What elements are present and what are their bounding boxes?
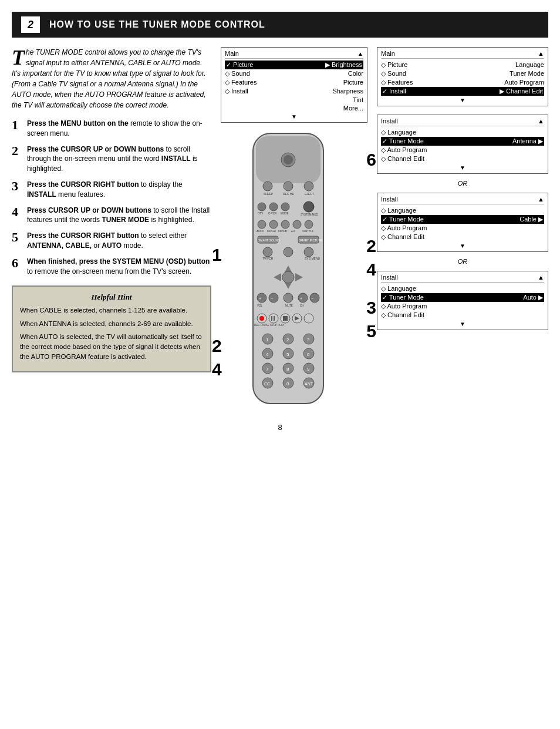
install-channel-edit-cable: ◇ Channel Edit: [381, 233, 544, 241]
hint-item-2: When ANTENNA is selected, channels 2-69 …: [20, 319, 203, 329]
install-language: ◇ Language: [381, 128, 544, 137]
step-overlay-1: 1: [212, 245, 222, 265]
step-1: 1 Press the MENU button on the remote to…: [12, 119, 211, 139]
menu-features-right: ◇ Features Auto Program: [381, 78, 544, 87]
middle-column: Main ▲ ✓ Picture ▶ Brightness ◇ Sound Co…: [221, 47, 367, 411]
svg-text:REPLAY: REPLAY: [267, 230, 276, 233]
svg-text:CC: CC: [264, 382, 270, 386]
step-overlay-5: 5: [366, 321, 376, 341]
install-arrow-up-auto: ▲: [538, 274, 544, 281]
menu-item-value: ▶ Brightness: [325, 61, 362, 69]
install-language-cable: ◇ Language: [381, 206, 544, 215]
svg-point-10: [258, 203, 266, 211]
install-menu-cable: Install ▲ ◇ Language ✓ Tuner Mode Cable …: [377, 193, 548, 252]
menu-item-more: More...: [225, 104, 363, 112]
menu-item-features: ◇ Features Picture: [225, 78, 363, 87]
hint-item-3: When AUTO is selected, the TV will autom…: [20, 332, 203, 362]
step-2-number: 2: [12, 145, 22, 157]
main-menu-box: Main ▲ ✓ Picture ▶ Brightness ◇ Sound Co…: [221, 47, 367, 123]
install-title-row-auto: Install ▲: [381, 274, 544, 283]
menu-title: Main: [225, 50, 239, 57]
header-icon: 2: [21, 16, 40, 33]
page-header: 2 How to Use the Tuner Mode Control: [12, 12, 548, 38]
install-menu-antenna: Install ▲ ◇ Language ✓ Tuner Mode Antenn…: [377, 115, 548, 174]
page-number: 8: [12, 423, 548, 432]
svg-text:SMART SOUND: SMART SOUND: [258, 238, 280, 242]
svg-rect-61: [274, 316, 275, 321]
menu-item-value: Tint: [353, 96, 363, 103]
install-arrow-down-cable: ▼: [381, 243, 544, 249]
step-1-number: 1: [12, 119, 22, 132]
step-5-text: Press the CURSOR RIGHT button to select …: [27, 231, 211, 251]
install-tuner-auto: ✓ Tuner Mode Auto ▶: [381, 293, 544, 302]
remote-svg: SLEEP REC HD EJECT OTV O VCR MODE SYSTEM…: [230, 127, 347, 409]
label: ✓ Install: [382, 88, 406, 95]
install-arrow-up: ▲: [538, 117, 544, 125]
menu-sound-right: ◇ Sound Tuner Mode: [381, 69, 544, 78]
svg-rect-60: [271, 316, 272, 321]
install-arrow-down: ▼: [381, 164, 544, 171]
svg-point-34: [304, 247, 313, 257]
menu-item-picture: ✓ Picture ▶ Brightness: [225, 61, 363, 69]
arrow-down-2: ▼: [381, 97, 544, 103]
install-auto-program-auto: ◇ Auto Program: [381, 302, 544, 311]
step-overlay-6: 6: [366, 150, 376, 170]
svg-text:3: 3: [307, 337, 310, 342]
install-auto-program: ◇ Auto Program: [381, 146, 544, 154]
menu-item-value: More...: [343, 105, 363, 112]
svg-text:1: 1: [266, 337, 269, 342]
svg-text:−: −: [271, 297, 273, 301]
svg-point-4: [263, 182, 272, 191]
step-1-text: Press the MENU button on the remote to s…: [27, 119, 211, 139]
menu-title-2: Main: [381, 50, 395, 57]
menu-install-right: ✓ Install ▶ Channel Edit: [381, 87, 544, 96]
or-label-1: OR: [377, 180, 548, 187]
menu-title-row-2: Main ▲: [381, 50, 544, 59]
svg-point-21: [293, 220, 301, 229]
label: ◇ Picture: [381, 61, 407, 69]
svg-text:SYSTEM MED: SYSTEM MED: [301, 213, 319, 216]
label: ◇ Sound: [381, 70, 406, 78]
step-overlay-4-top: 4: [366, 260, 376, 280]
install-title-auto: Install: [381, 274, 398, 281]
svg-point-5: [284, 182, 293, 191]
step-5-number: 5: [12, 231, 22, 244]
menu-item-install: ◇ Install Sharpness: [225, 87, 363, 96]
svg-text:VOL: VOL: [257, 304, 263, 307]
right-column: Main ▲ ◇ Picture Language ◇ Sound Tuner …: [377, 47, 548, 411]
menu-item-value: Color: [348, 70, 363, 78]
svg-point-46: [284, 293, 293, 303]
svg-text:7: 7: [266, 367, 269, 372]
menu-item-label: ◇ Install: [225, 88, 248, 95]
svg-text:−: −: [311, 297, 313, 301]
svg-text:REC HD: REC HD: [283, 192, 295, 196]
install-tuner-cable: ✓ Tuner Mode Cable ▶: [381, 215, 544, 224]
svg-text:SYS MENU: SYS MENU: [305, 257, 321, 260]
svg-point-6: [304, 182, 313, 191]
step-6-number: 6: [12, 257, 22, 270]
menu-arrow-up: ▲: [357, 51, 363, 57]
svg-point-19: [269, 220, 278, 229]
svg-text:EJECT: EJECT: [305, 192, 314, 196]
install-channel-edit: ◇ Channel Edit: [381, 154, 544, 163]
step-overlay-2-bot: 2: [212, 336, 222, 356]
step-overlay-3: 3: [366, 298, 376, 318]
svg-point-11: [269, 203, 278, 211]
svg-text:+: +: [300, 297, 302, 301]
value: ▶ Channel Edit: [500, 88, 543, 95]
hint-title: Helpful Hint: [20, 293, 203, 302]
install-channel-edit-auto: ◇ Channel Edit: [381, 311, 544, 320]
svg-text:REC  PAUSE  STOP  PLAY: REC PAUSE STOP PLAY: [254, 324, 284, 327]
or-label-2: OR: [377, 258, 548, 265]
step-2-text: Press the CURSOR UP or DOWN buttons to s…: [27, 145, 211, 174]
svg-text:0: 0: [286, 381, 289, 387]
step-6-text: When finished, press the SYSTEM MENU (OS…: [27, 257, 211, 277]
svg-text:REPEAT: REPEAT: [278, 230, 288, 233]
svg-point-32: [263, 247, 272, 257]
hint-text: When CABLE is selected, channels 1-125 a…: [20, 305, 203, 362]
menu-item-sound: ◇ Sound Color: [225, 69, 363, 78]
svg-text:AUDIO: AUDIO: [257, 230, 264, 233]
menu-picture-right: ◇ Picture Language: [381, 61, 544, 69]
main-menu-install-highlighted: Main ▲ ◇ Picture Language ◇ Sound Tuner …: [377, 47, 548, 106]
svg-point-16: [303, 201, 314, 212]
